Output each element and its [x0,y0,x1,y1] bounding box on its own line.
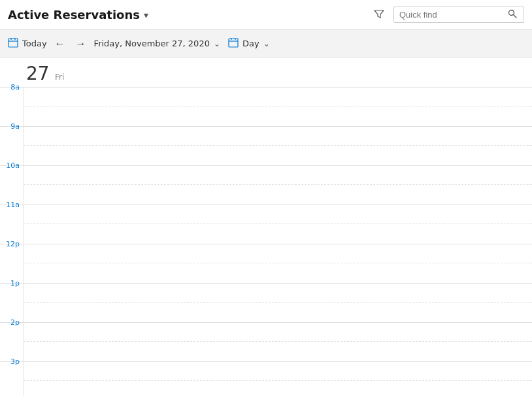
time-label: 2p [0,318,24,361]
time-content [24,244,532,283]
header-left: Active Reservations ▾ [8,8,148,22]
day-number: 27 [26,63,50,84]
svg-rect-6 [229,39,238,47]
date-display[interactable]: Friday, November 27, 2020 ⌄ [94,39,220,48]
time-label: 11a [0,201,24,244]
today-label: Today [22,39,47,48]
today-button[interactable]: Today [8,37,47,50]
view-chevron-icon: ⌄ [263,39,270,48]
title-chevron-icon[interactable]: ▾ [144,10,148,20]
calendar-today-icon [8,37,18,50]
time-label: 1p [0,279,24,322]
page-title: Active Reservations [8,8,140,22]
header-bar: Active Reservations ▾ [0,0,532,30]
time-label: 10a [0,161,24,205]
next-button[interactable]: → [73,37,89,51]
time-content [24,88,532,126]
time-label: 9a [0,122,24,165]
toolbar-bar: Today ← → Friday, November 27, 2020 ⌄ Da… [0,30,532,58]
time-grid: 8a9a10a11a12p1p2p3p [0,88,532,396]
time-slot[interactable]: 10a [0,166,532,205]
calendar-area: 27 Fri 8a9a10a11a12p1p2p3p [0,58,532,396]
time-slot[interactable]: 3p [0,362,532,396]
time-content [24,205,532,244]
date-chevron-icon: ⌄ [214,39,220,48]
search-icon [508,9,517,20]
day-header: 27 Fri [0,58,532,88]
day-name: Fri [55,73,64,82]
time-content [24,323,532,361]
time-slot[interactable]: 12p [0,244,532,284]
search-input[interactable] [399,10,504,20]
time-content [24,362,532,396]
prev-button[interactable]: ← [52,37,68,51]
time-slot[interactable]: 2p [0,323,532,362]
time-content [24,284,532,322]
time-label: 3p [0,357,24,396]
header-right [371,6,524,24]
time-slot[interactable]: 9a [0,127,532,166]
time-slot[interactable]: 1p [0,284,532,323]
view-selector[interactable]: Day ⌄ [228,37,270,50]
time-slot[interactable]: 8a [0,88,532,127]
svg-rect-2 [8,39,18,47]
filter-icon[interactable] [371,6,387,24]
time-content [24,127,532,165]
view-calendar-icon [228,37,239,50]
view-label: Day [242,39,259,48]
svg-line-1 [514,15,517,18]
date-text: Friday, November 27, 2020 [94,39,210,48]
time-label: 8a [0,83,24,126]
time-slot[interactable]: 11a [0,205,532,244]
time-content [24,166,532,205]
time-label: 12p [0,240,24,283]
search-box [393,7,524,23]
